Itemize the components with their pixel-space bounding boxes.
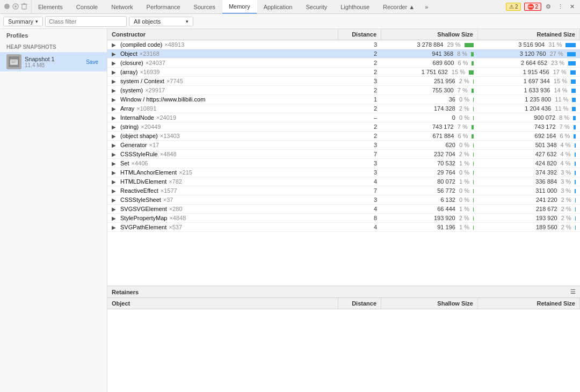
- table-row[interactable]: ▶ Generator ×17 3 620 0 % 501 348 4 %: [107, 141, 580, 150]
- table-row[interactable]: ▶ StylePropertyMap ×4848 8 193 920 2 % 1…: [107, 214, 580, 223]
- table-row[interactable]: ▶ (closure) ×24037 2 689 600 6 % 2 664 6…: [107, 59, 580, 68]
- clear-icon[interactable]: [20, 3, 28, 11]
- expand-arrow-icon[interactable]: ▶: [112, 60, 118, 66]
- expand-arrow-icon[interactable]: ▶: [112, 170, 118, 176]
- constructor-name: system / Context: [120, 78, 164, 84]
- cell-retained: 311 000 3 %: [478, 186, 580, 195]
- tabs-overflow[interactable]: »: [422, 0, 431, 13]
- cell-shallow: 0 0 %: [381, 113, 478, 122]
- expand-arrow-icon[interactable]: ▶: [112, 151, 118, 157]
- expand-arrow-icon[interactable]: ▶: [112, 197, 118, 203]
- tab-bar: Elements Console Network Performance Sou…: [0, 0, 580, 14]
- table-row[interactable]: ▶ system / Context ×7745 3 251 956 2 % 1…: [107, 77, 580, 86]
- table-row[interactable]: ▶ CSSStyleSheet ×37 3 6 132 0 % 241 220 …: [107, 195, 580, 205]
- tab-console[interactable]: Console: [70, 0, 105, 13]
- column-header-retained: Retained Size: [478, 29, 580, 40]
- profiles-title: Profiles: [0, 29, 107, 42]
- retainers-menu-icon[interactable]: ☰: [570, 288, 576, 295]
- tab-recorder[interactable]: Recorder ▲: [376, 0, 422, 13]
- table-row[interactable]: ▶ InternalNode ×24019 – 0 0 % 900 072 8 …: [107, 113, 580, 122]
- constructor-count: ×4406: [132, 160, 148, 166]
- cell-constructor: ▶ (array) ×16939: [107, 68, 338, 76]
- table-row[interactable]: ▶ ReactiveEffect ×1577 7 56 772 0 % 311 …: [107, 186, 580, 195]
- expand-arrow-icon[interactable]: ▶: [112, 224, 118, 230]
- table-row[interactable]: ▶ (compiled code) ×48913 3 3 278 884 29 …: [107, 40, 580, 49]
- expand-arrow-icon[interactable]: ▶: [112, 179, 118, 185]
- table-row[interactable]: ▶ (array) ×16939 2 1 751 632 15 % 1 915 …: [107, 68, 580, 77]
- expand-arrow-icon[interactable]: ▶: [112, 188, 118, 194]
- expand-arrow-icon[interactable]: ▶: [112, 97, 118, 103]
- table-row[interactable]: ▶ SVGPathElement ×537 4 91 196 1 % 189 5…: [107, 223, 580, 232]
- expand-arrow-icon[interactable]: ▶: [112, 161, 118, 166]
- tab-network[interactable]: Network: [105, 0, 140, 13]
- cell-retained: 241 220 2 %: [478, 195, 580, 204]
- table-row[interactable]: ▶ Window / https://www.bilibili.com 1 36…: [107, 95, 580, 104]
- svg-rect-9: [11, 62, 15, 63]
- expand-arrow-icon[interactable]: ▶: [112, 69, 118, 75]
- cell-retained: 427 632 4 %: [478, 150, 580, 158]
- table-row[interactable]: ▶ SVGSVGElement ×280 4 66 444 1 % 218 67…: [107, 205, 580, 214]
- cell-retained: 1 915 456 17 %: [478, 68, 580, 76]
- tab-lighthouse[interactable]: Lighthouse: [334, 0, 376, 13]
- cell-shallow: 755 300 7 %: [381, 86, 478, 95]
- constructor-count: ×23168: [140, 50, 160, 57]
- expand-arrow-icon[interactable]: ▶: [112, 78, 118, 84]
- table-row[interactable]: ▶ Object ×23168 2 941 368 8 % 3 120 760 …: [107, 49, 580, 59]
- cell-shallow: 193 920 2 %: [381, 214, 478, 222]
- snapshot-item[interactable]: Snapshot 1 11.4 MB Save: [0, 52, 107, 71]
- cell-distance: 2: [338, 122, 381, 131]
- objects-dropdown-icon: ▾: [186, 19, 189, 24]
- expand-arrow-icon[interactable]: ▶: [112, 42, 118, 48]
- cell-distance: 2: [338, 49, 381, 58]
- constructor-count: ×4848: [169, 215, 186, 221]
- class-filter-input[interactable]: [45, 16, 127, 27]
- constructor-name: Array: [120, 105, 134, 112]
- expand-arrow-icon[interactable]: ▶: [112, 106, 118, 112]
- settings-icon[interactable]: ⚙: [543, 3, 553, 10]
- table-row[interactable]: ▶ (string) ×20449 2 743 172 7 % 743 172 …: [107, 122, 580, 132]
- constructor-count: ×4848: [160, 151, 177, 157]
- cell-constructor: ▶ HTMLAnchorElement ×215: [107, 168, 338, 177]
- constructor-name: (string): [120, 124, 139, 130]
- expand-arrow-icon[interactable]: ▶: [112, 124, 118, 130]
- stop-icon[interactable]: [12, 3, 19, 11]
- cell-distance: 3: [338, 159, 381, 168]
- tab-memory[interactable]: Memory: [222, 0, 257, 14]
- expand-arrow-icon[interactable]: ▶: [112, 51, 118, 57]
- expand-arrow-icon[interactable]: ▶: [112, 215, 118, 221]
- table-row[interactable]: ▶ Array ×10891 2 174 328 2 % 1 204 436 1…: [107, 104, 580, 113]
- summary-button[interactable]: Summary ▾: [3, 17, 43, 26]
- save-button[interactable]: Save: [84, 58, 100, 66]
- table-row[interactable]: ▶ HTMLDivElement ×782 4 80 072 1 % 336 8…: [107, 177, 580, 186]
- error-icon: ⛔: [527, 4, 534, 10]
- table-row[interactable]: ▶ (object shape) ×13403 2 671 884 6 % 69…: [107, 132, 580, 141]
- tab-sources[interactable]: Sources: [187, 0, 222, 13]
- tab-application[interactable]: Application: [257, 0, 300, 13]
- expand-arrow-icon[interactable]: ▶: [112, 206, 118, 212]
- warning-badge-yellow[interactable]: ⚠ 2: [506, 3, 521, 11]
- tab-security[interactable]: Security: [299, 0, 334, 13]
- cell-retained: 336 884 3 %: [478, 177, 580, 186]
- record-icon[interactable]: [3, 3, 11, 11]
- expand-arrow-icon[interactable]: ▶: [112, 88, 118, 93]
- expand-arrow-icon[interactable]: ▶: [112, 115, 118, 121]
- cell-distance: 4: [338, 223, 381, 231]
- tab-elements[interactable]: Elements: [32, 0, 70, 13]
- expand-arrow-icon[interactable]: ▶: [112, 142, 118, 148]
- constructor-count: ×24037: [146, 60, 165, 66]
- more-icon[interactable]: ⋮: [555, 3, 566, 10]
- cell-retained: 218 672 2 %: [478, 205, 580, 213]
- constructor-count: ×13403: [160, 133, 180, 139]
- cell-shallow: 743 172 7 %: [381, 122, 478, 131]
- warning-badge-red[interactable]: ⛔ 2: [524, 3, 541, 11]
- objects-select[interactable]: All objects ▾: [129, 17, 193, 26]
- snapshot-icon: [6, 54, 21, 69]
- table-row[interactable]: ▶ HTMLAnchorElement ×215 3 29 764 0 % 37…: [107, 168, 580, 177]
- table-row[interactable]: ▶ CSSStyleRule ×4848 7 232 704 2 % 427 6…: [107, 150, 580, 159]
- table-row[interactable]: ▶ (system) ×29917 2 755 300 7 % 1 633 93…: [107, 86, 580, 95]
- table-row[interactable]: ▶ Set ×4406 3 70 532 1 % 424 820 4 %: [107, 159, 580, 168]
- expand-arrow-icon[interactable]: ▶: [112, 133, 118, 139]
- close-icon[interactable]: ✕: [568, 3, 577, 10]
- tab-performance[interactable]: Performance: [140, 0, 187, 13]
- cell-constructor: ▶ Array ×10891: [107, 104, 338, 113]
